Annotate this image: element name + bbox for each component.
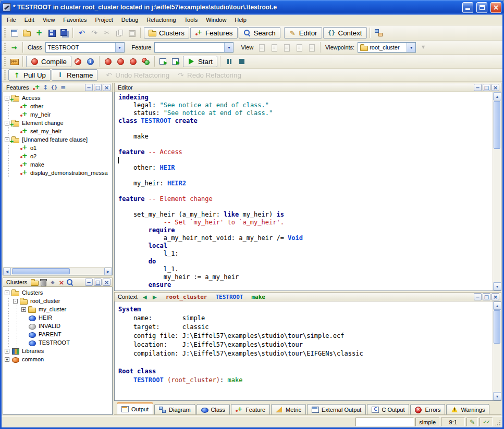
toolbar-grip[interactable]	[4, 43, 6, 52]
compile-button[interactable]: Compile	[26, 56, 71, 67]
menu-view[interactable]: View	[39, 16, 59, 24]
melt-button[interactable]	[102, 56, 115, 68]
cancel-compilation-button[interactable]	[72, 56, 84, 68]
tree-item-unnamed-feature-clause[interactable]: -+[Unnamed feature clause]	[5, 135, 112, 144]
menu-help[interactable]: Help	[230, 16, 251, 24]
run-workbench-button[interactable]	[157, 56, 170, 68]
finalize-button[interactable]	[127, 56, 140, 68]
run-finalized-button[interactable]	[170, 56, 182, 68]
tree-item-make[interactable]: make	[5, 160, 112, 169]
tab-c-output[interactable]: C Output	[367, 404, 409, 414]
menu-debug[interactable]: Debug	[117, 16, 142, 24]
tree-item-common[interactable]: +common	[5, 355, 112, 363]
maximize-button[interactable]	[483, 293, 490, 300]
maximize-button[interactable]	[476, 2, 487, 13]
open-file-button[interactable]	[20, 27, 33, 39]
collapse-icon[interactable]: -	[5, 291, 9, 295]
close-button[interactable]	[491, 293, 499, 300]
compile-status-button[interactable]: ✓✓	[480, 418, 493, 426]
clickable-view-button[interactable]	[268, 42, 280, 54]
scroll-up-icon[interactable]: ▲	[493, 92, 501, 100]
collapse-icon[interactable]: -	[5, 96, 9, 100]
resize-grip[interactable]	[494, 419, 501, 426]
basic-text-view-button[interactable]	[255, 42, 268, 54]
menu-window[interactable]: Window	[202, 16, 230, 24]
redo-button[interactable]: ↷	[88, 27, 101, 39]
contract-view-button[interactable]	[293, 42, 305, 54]
maximize-button[interactable]	[94, 84, 102, 91]
tree-item-heir[interactable]: HEIR	[5, 313, 112, 322]
collapse-icon[interactable]: -	[13, 299, 18, 304]
scroll-track[interactable]	[11, 268, 104, 275]
feature-menu-button[interactable]: ≡	[58, 84, 67, 92]
breadcrumb-make[interactable]: make	[251, 294, 265, 300]
stop-button[interactable]	[236, 56, 248, 68]
undo-button[interactable]: ↶	[76, 27, 88, 39]
tab-feature[interactable]: Feature	[231, 404, 270, 414]
copy-button[interactable]	[113, 27, 126, 39]
breadcrumb-testroot[interactable]: TESTROOT	[215, 294, 243, 300]
search-button[interactable]: Search	[239, 27, 280, 39]
context-vertical-scrollbar[interactable]: ▲ ▼	[493, 301, 501, 400]
scroll-track[interactable]	[493, 100, 501, 282]
collapse-icon[interactable]: -	[5, 121, 9, 125]
feature-clauses-button[interactable]	[32, 84, 41, 92]
menu-file[interactable]: File	[3, 16, 20, 24]
menu-favorites[interactable]: Favorites	[59, 16, 91, 24]
undo-refactoring-button[interactable]: ↶Undo Refactoring	[101, 69, 173, 81]
save-button[interactable]	[45, 27, 58, 39]
menu-edit[interactable]: Edit	[20, 16, 39, 24]
interface-view-button[interactable]	[305, 42, 318, 54]
minimize-button[interactable]	[474, 84, 482, 91]
diagram-tool-button[interactable]	[373, 27, 385, 39]
paste-button[interactable]	[126, 27, 138, 39]
menu-tools[interactable]: Tools	[180, 16, 202, 24]
redo-refactoring-button[interactable]: ↷Redo Refactoring	[173, 69, 245, 81]
features-button[interactable]: Features	[190, 27, 238, 39]
remove-item-button[interactable]	[39, 279, 48, 286]
tree-item-invalid[interactable]: INVALID	[5, 322, 112, 330]
toolbar-grip[interactable]	[4, 57, 6, 66]
tree-item-my-cluster[interactable]: +my_cluster	[5, 305, 112, 313]
collapse-icon[interactable]: -	[5, 137, 9, 142]
tree-item-o1[interactable]: o1	[5, 144, 112, 152]
minimize-button[interactable]	[474, 293, 482, 300]
tree-item-my-heir[interactable]: my_heir	[5, 110, 112, 119]
tree-item-root-cluster[interactable]: -root_cluster	[5, 297, 112, 305]
close-button[interactable]: ×	[490, 2, 501, 13]
dropdown-arrow-icon[interactable]: ▼	[407, 43, 415, 52]
tree-item-other[interactable]: other	[5, 102, 112, 110]
close-button[interactable]	[491, 84, 499, 91]
context-button[interactable]: {}Context	[323, 27, 367, 39]
history-forward-button[interactable]: ▶	[151, 293, 159, 301]
viewpoint-dropdown-button[interactable]: ▼	[417, 42, 429, 54]
search-small-button[interactable]	[66, 279, 75, 286]
pull-up-button[interactable]: ↑Pull Up	[8, 69, 51, 81]
tree-item-parent[interactable]: PARENT	[5, 330, 112, 338]
expand-icon[interactable]: +	[5, 357, 9, 362]
compilation-info-button[interactable]	[84, 56, 97, 68]
clusters-button[interactable]: Clusters	[144, 27, 189, 39]
tree-item-libraries[interactable]: +Libraries	[5, 347, 112, 355]
toolbar-grip[interactable]	[4, 28, 6, 37]
expand-icon[interactable]: +	[5, 349, 9, 354]
tree-item-clusters[interactable]: -Clusters	[5, 288, 112, 297]
precompile-button[interactable]	[140, 56, 152, 68]
minimize-button[interactable]	[462, 2, 473, 13]
close-button[interactable]	[103, 279, 110, 286]
delete-button[interactable]: ×	[57, 279, 66, 286]
editor-button[interactable]: ✎Editor	[284, 27, 322, 39]
tab-output[interactable]: Output	[117, 402, 153, 414]
scroll-thumb[interactable]	[494, 101, 500, 149]
class-combo[interactable]: TESTROOT▼	[45, 42, 125, 53]
minimize-button[interactable]	[85, 84, 93, 91]
tab-diagram[interactable]: Diagram	[154, 404, 195, 414]
tree-item-element-change[interactable]: -+Element change	[5, 119, 112, 127]
tree-item-display-demonstration-messa[interactable]: display_demonstration_messa	[5, 169, 112, 177]
diamond-button[interactable]: ◆	[48, 279, 57, 286]
tab-errors[interactable]: Errors	[410, 404, 445, 414]
minimize-button[interactable]	[85, 279, 93, 286]
maximize-button[interactable]	[483, 84, 490, 91]
rename-button[interactable]: IRename	[52, 69, 97, 81]
signatures-button[interactable]: {}	[50, 84, 58, 92]
